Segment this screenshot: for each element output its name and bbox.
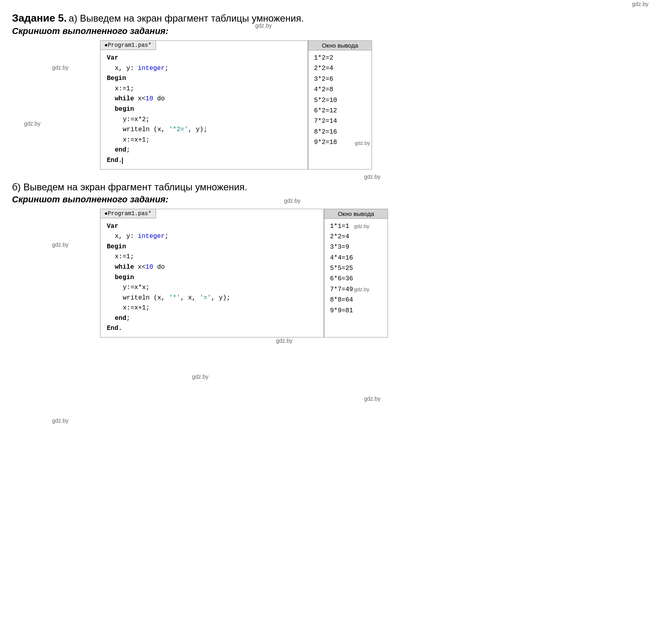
code-line-7: y:=x*2; bbox=[123, 115, 301, 125]
out-b-line-4: 4*4=16 bbox=[330, 253, 382, 263]
code-line-4: x:=1; bbox=[115, 84, 301, 94]
watermark-3: gdz.by bbox=[52, 64, 68, 71]
out-b-line-9: 9*9=81 bbox=[330, 306, 382, 316]
code-editor-a: ●Program1.pas* Var x, y: integer; Begin … bbox=[100, 40, 308, 170]
out-line-6: 6*2=12 bbox=[314, 106, 366, 116]
out-line-9: 9*2=18 gdz.by bbox=[314, 137, 366, 148]
section-a-heading: Задание 5. а) Выведем на экран фрагмент … bbox=[12, 12, 660, 24]
out-line-8: 8*2=16 bbox=[314, 127, 366, 137]
output-header-a: Окно вывода bbox=[308, 41, 372, 50]
watermark-5: gdz.by bbox=[24, 120, 40, 127]
code-line-2: x, y: integer; bbox=[115, 64, 301, 74]
code-line-11: End. bbox=[107, 156, 301, 166]
out-b-line-7: 7*7=49 gdz.by bbox=[330, 284, 382, 295]
code-line-3: Begin bbox=[107, 74, 301, 84]
task-a-desc: а) Выведем на экран фрагмент таблицы умн… bbox=[69, 13, 304, 24]
out-line-7: 7*2=14 bbox=[314, 116, 366, 126]
out-b-line-8: 8*8=64 bbox=[330, 295, 382, 305]
output-data-b: 1*1=1 gdz.by 2*2=4 3*3=9 4*4=16 5*5=25 6… bbox=[324, 219, 388, 319]
code-editor-b: ●Program1.pas* Var x, y: integer; Begin … bbox=[100, 209, 324, 338]
watermark-b1: gdz.by bbox=[364, 174, 380, 180]
out-line-3: 3*2=6 bbox=[314, 74, 366, 84]
watermark-b7: gdz.by bbox=[364, 395, 380, 402]
watermark-2: gdz.by bbox=[255, 22, 272, 29]
code-content-a: Var x, y: integer; Begin x:=1; while x<1… bbox=[100, 50, 308, 169]
code-b-line-2: x, y: integer; bbox=[115, 232, 317, 242]
watermark-output-a: gdz.by bbox=[355, 139, 370, 147]
out-line-4: 4*2=8 bbox=[314, 84, 366, 95]
watermark-out-b1: gdz.by bbox=[354, 222, 369, 230]
out-b-line-2: 2*2=4 bbox=[330, 232, 382, 242]
tab-program1-a[interactable]: ●Program1.pas* bbox=[100, 41, 156, 50]
section-a-subheading: Скриншот выполненного задания: bbox=[12, 26, 660, 36]
out-line-2: 2*2=4 bbox=[314, 63, 366, 74]
section-b-heading: б) Выведем на экран фрагмент таблицы умн… bbox=[12, 182, 660, 193]
output-data-a: 1*2=2 2*2=4 3*2=6 4*2=8 5*2=10 6*2=12 7*… bbox=[308, 50, 372, 150]
section-b-subheading: Скриншот выполненного задания: bbox=[12, 194, 660, 205]
watermark-b5: gdz.by bbox=[276, 337, 292, 344]
code-b-line-11: End. bbox=[107, 323, 317, 334]
watermark-b3: gdz.by bbox=[52, 242, 68, 248]
watermark-b6: gdz.by bbox=[192, 373, 208, 380]
out-b-line-3: 3*3=9 bbox=[330, 242, 382, 252]
tab-program1-b[interactable]: ●Program1.pas* bbox=[100, 209, 156, 218]
watermark-b2: gdz.by bbox=[284, 198, 300, 204]
watermark-b8: gdz.by bbox=[52, 417, 68, 424]
code-b-line-7: y:=x*x; bbox=[123, 283, 317, 293]
code-b-line-8: writeln (x, '*', x, '=', y); bbox=[123, 293, 317, 304]
code-b-line-1: Var bbox=[107, 222, 317, 232]
out-b-line-6: 6*6=36 bbox=[330, 274, 382, 284]
out-b-line-5: 5*5=25 bbox=[330, 263, 382, 274]
out-line-5: 5*2=10 bbox=[314, 95, 366, 106]
output-panel-b: Окно вывода 1*1=1 gdz.by 2*2=4 3*3=9 4*4… bbox=[324, 209, 388, 338]
section-a-ide: ●Program1.pas* Var x, y: integer; Begin … bbox=[100, 40, 660, 170]
code-b-line-10: end; bbox=[115, 314, 317, 324]
output-panel-a: Окно вывода 1*2=2 2*2=4 3*2=6 4*2=8 5*2=… bbox=[308, 40, 372, 170]
task-label: Задание 5. bbox=[12, 12, 67, 24]
section-b-ide: ●Program1.pas* Var x, y: integer; Begin … bbox=[100, 209, 660, 338]
code-b-line-9: x:=x+1; bbox=[123, 303, 317, 314]
watermark-out-b2: gdz.by bbox=[354, 285, 369, 294]
code-line-5: while x<10 do bbox=[115, 94, 301, 104]
code-b-line-4: x:=1; bbox=[115, 252, 317, 262]
code-b-line-6: begin bbox=[115, 273, 317, 283]
code-line-9: x:=x+1; bbox=[123, 135, 301, 146]
watermark-1: gdz.by bbox=[632, 1, 648, 7]
code-line-1: Var bbox=[107, 53, 301, 64]
out-line-1: 1*2=2 bbox=[314, 53, 366, 63]
section-b: gdz.by б) Выведем на экран фрагмент табл… bbox=[12, 182, 660, 338]
code-line-8: writeln (x, '*2=', y); bbox=[123, 125, 301, 135]
code-line-6: begin bbox=[115, 104, 301, 115]
code-content-b: Var x, y: integer; Begin x:=1; while x<1… bbox=[100, 218, 324, 337]
code-line-10: end; bbox=[115, 145, 301, 156]
code-b-line-5: while x<10 do bbox=[115, 262, 317, 273]
code-b-line-3: Begin bbox=[107, 242, 317, 252]
out-b-line-1: 1*1=1 gdz.by bbox=[330, 221, 382, 232]
output-header-b: Окно вывода bbox=[324, 209, 388, 219]
